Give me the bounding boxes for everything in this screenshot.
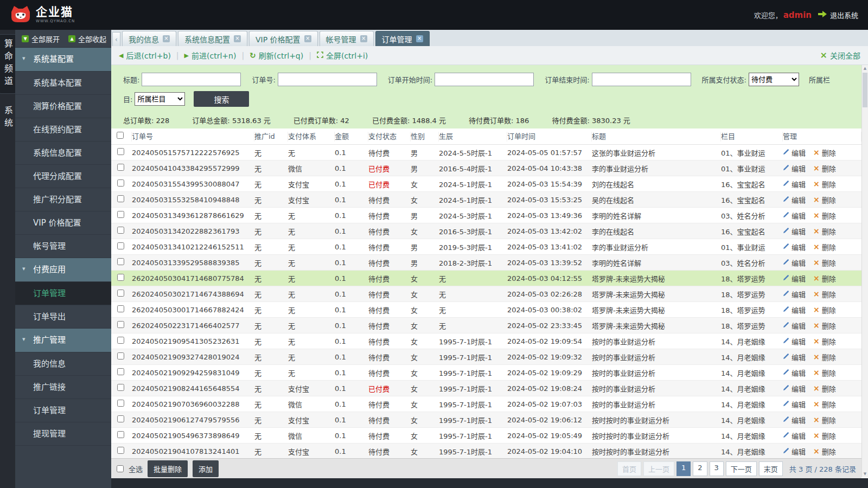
add-button[interactable]: 添加 — [193, 460, 219, 477]
delete-button[interactable]: 删除 — [813, 147, 836, 158]
row-checkbox[interactable] — [117, 274, 124, 281]
row-checkbox[interactable] — [117, 447, 124, 454]
tab[interactable]: 系统信息配置 — [178, 31, 247, 46]
sidebar-menu-item[interactable]: 我的信息 — [15, 352, 111, 376]
end-time-filter-input[interactable] — [592, 73, 691, 86]
channel-fortune[interactable]: 算命频道 — [0, 34, 16, 94]
edit-button[interactable]: 编辑 — [783, 368, 806, 378]
edit-button[interactable]: 编辑 — [783, 179, 806, 189]
order-no-filter-input[interactable] — [278, 73, 377, 86]
page-button[interactable]: 首页 — [617, 461, 641, 476]
delete-button[interactable]: 删除 — [813, 399, 836, 409]
edit-button[interactable]: 编辑 — [783, 289, 806, 299]
sidebar-menu-item[interactable]: 推广管理 — [15, 329, 111, 352]
row-checkbox[interactable] — [117, 337, 124, 344]
delete-button[interactable]: 删除 — [813, 210, 836, 221]
sidebar-menu-item[interactable]: 系统基配置 — [15, 48, 111, 72]
select-all-header-checkbox[interactable] — [117, 132, 124, 139]
sidebar-menu-item[interactable]: VIP 价格配置 — [15, 211, 111, 235]
tab[interactable]: 帐号管理 — [320, 31, 374, 46]
row-checkbox[interactable] — [117, 305, 124, 312]
delete-button[interactable]: 删除 — [813, 368, 836, 378]
edit-button[interactable]: 编辑 — [783, 320, 806, 331]
row-checkbox[interactable] — [117, 211, 124, 218]
scroll-up-icon[interactable] — [862, 65, 868, 72]
scroll-down-icon[interactable] — [862, 471, 868, 477]
delete-button[interactable]: 删除 — [813, 446, 836, 457]
channel-system[interactable]: 系统 — [0, 101, 15, 135]
sidebar-menu-item[interactable]: 测算价格配置 — [15, 95, 111, 118]
tab-close-icon[interactable] — [234, 35, 241, 42]
delete-button[interactable]: 删除 — [813, 163, 836, 174]
delete-button[interactable]: 删除 — [813, 195, 836, 205]
expand-all-button[interactable]: 全部展开 — [22, 34, 60, 44]
delete-button[interactable]: 删除 — [813, 179, 836, 189]
edit-button[interactable]: 编辑 — [783, 446, 806, 457]
edit-button[interactable]: 编辑 — [783, 163, 806, 174]
sidebar-menu-item[interactable]: 推广积分配置 — [15, 188, 111, 211]
edit-button[interactable]: 编辑 — [783, 415, 806, 425]
delete-button[interactable]: 删除 — [813, 352, 836, 362]
row-checkbox[interactable] — [117, 195, 124, 202]
fullscreen-button[interactable]: 全屏(ctrl+i) — [317, 50, 368, 61]
delete-button[interactable]: 删除 — [813, 289, 836, 299]
start-time-filter-input[interactable] — [435, 73, 534, 86]
collapse-all-button[interactable]: 全部收起 — [68, 34, 106, 44]
delete-button[interactable]: 删除 — [813, 320, 836, 331]
row-checkbox[interactable] — [117, 179, 124, 187]
page-button[interactable]: 上一页 — [643, 461, 674, 476]
delete-button[interactable]: 删除 — [813, 273, 836, 284]
edit-button[interactable]: 编辑 — [783, 226, 806, 236]
edit-button[interactable]: 编辑 — [783, 352, 806, 362]
delete-button[interactable]: 删除 — [813, 431, 836, 441]
page-button[interactable]: 3 — [710, 461, 724, 476]
page-button[interactable]: 末页 — [759, 461, 783, 476]
page-button[interactable]: 下一页 — [726, 461, 757, 476]
row-checkbox[interactable] — [117, 415, 124, 422]
sidebar-menu-item[interactable]: 订单管理 — [15, 282, 111, 305]
sidebar-menu-item[interactable]: 系统信息配置 — [15, 142, 111, 165]
page-button[interactable]: 2 — [693, 461, 707, 476]
edit-button[interactable]: 编辑 — [783, 383, 806, 394]
row-checkbox[interactable] — [117, 242, 124, 249]
row-checkbox[interactable] — [117, 290, 124, 297]
sidebar-menu-item[interactable]: 代理分成配置 — [15, 165, 111, 188]
sidebar-menu-item[interactable]: 帐号管理 — [15, 235, 111, 258]
delete-button[interactable]: 删除 — [813, 226, 836, 236]
close-all-button[interactable]: 关闭全部 — [820, 50, 860, 61]
sidebar-menu-item[interactable]: 在线预约配置 — [15, 118, 111, 142]
edit-button[interactable]: 编辑 — [783, 195, 806, 205]
row-checkbox[interactable] — [117, 368, 124, 375]
sidebar-menu-item[interactable]: 订单导出 — [15, 305, 111, 329]
row-checkbox[interactable] — [117, 227, 124, 234]
select-all-checkbox[interactable] — [117, 465, 124, 472]
tab-close-icon[interactable] — [416, 35, 423, 42]
sidebar-menu-item[interactable]: 系统基本配置 — [15, 72, 111, 95]
delete-button[interactable]: 删除 — [813, 336, 836, 346]
delete-button[interactable]: 删除 — [813, 383, 836, 394]
forward-button[interactable]: 前进(ctrl+n) — [184, 50, 237, 61]
delete-button[interactable]: 删除 — [813, 258, 836, 268]
edit-button[interactable]: 编辑 — [783, 305, 806, 315]
sidebar-menu-item[interactable]: 订单管理 — [15, 399, 111, 422]
edit-button[interactable]: 编辑 — [783, 399, 806, 409]
row-checkbox[interactable] — [117, 352, 124, 359]
sidebar-menu-item[interactable]: 付费应用 — [15, 258, 111, 282]
logout-link[interactable]: 退出系统 — [830, 10, 858, 20]
page-button[interactable]: 1 — [676, 461, 691, 476]
back-button[interactable]: 后退(ctrl+b) — [119, 50, 171, 61]
row-checkbox[interactable] — [117, 384, 124, 391]
column-select[interactable]: 所属栏目 — [135, 92, 185, 106]
row-checkbox[interactable] — [117, 321, 124, 328]
sidebar-menu-item[interactable]: 推广链接 — [15, 376, 111, 399]
batch-delete-button[interactable]: 批量删除 — [148, 460, 188, 477]
sidebar-menu-item[interactable]: 提现管理 — [15, 422, 111, 446]
tab-close-icon[interactable] — [304, 35, 311, 42]
delete-button[interactable]: 删除 — [813, 415, 836, 425]
row-checkbox[interactable] — [117, 258, 124, 265]
edit-button[interactable]: 编辑 — [783, 210, 806, 221]
tab[interactable]: 我的信息 — [122, 31, 176, 46]
pay-status-select[interactable]: 待付费 — [749, 73, 799, 86]
edit-button[interactable]: 编辑 — [783, 147, 806, 158]
row-checkbox[interactable] — [117, 431, 124, 438]
